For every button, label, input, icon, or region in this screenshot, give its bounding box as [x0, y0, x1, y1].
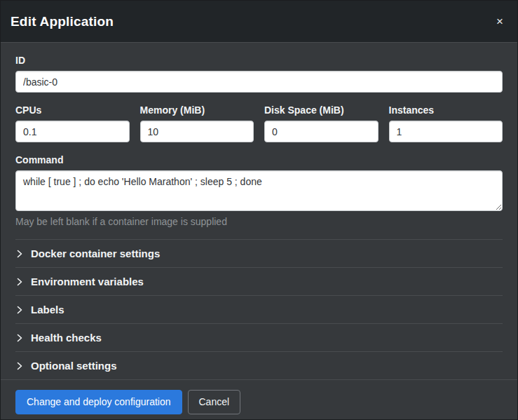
chevron-right-icon [16, 250, 23, 258]
change-and-deploy-button[interactable]: Change and deploy configuration [15, 390, 182, 414]
cpus-label: CPUs [15, 104, 130, 116]
close-icon[interactable]: × [493, 14, 506, 29]
modal-header: Edit Application × [1, 1, 517, 43]
cpus-field-group: CPUs [15, 104, 130, 142]
cpus-input[interactable] [15, 121, 130, 142]
id-input[interactable] [15, 71, 503, 93]
modal-footer: Change and deploy configuration Cancel [1, 379, 517, 420]
modal-body: ID CPUs Memory (MiB) Disk Space (MiB) In… [1, 43, 517, 379]
disk-input[interactable] [264, 121, 379, 142]
id-field-group: ID [15, 55, 503, 93]
section-docker-container-settings[interactable]: Docker container settings [15, 239, 503, 267]
section-title: Health checks [31, 332, 102, 344]
section-environment-variables[interactable]: Environment variables [15, 267, 503, 295]
section-optional-settings[interactable]: Optional settings [15, 351, 503, 379]
command-label: Command [15, 154, 503, 165]
memory-label: Memory (MiB) [140, 104, 254, 116]
disk-label: Disk Space (MiB) [264, 104, 379, 116]
section-labels[interactable]: Labels [15, 295, 503, 323]
command-field-group: Command while [ true ] ; do echo 'Hello … [15, 154, 503, 227]
chevron-right-icon [16, 362, 23, 370]
memory-field-group: Memory (MiB) [140, 104, 254, 142]
instances-field-group: Instances [389, 104, 503, 142]
collapsible-sections: Docker container settings Environment va… [15, 239, 503, 379]
section-title: Environment variables [31, 276, 144, 287]
command-textarea[interactable]: while [ true ] ; do echo 'Hello Marathon… [15, 170, 503, 211]
section-title: Optional settings [31, 360, 117, 372]
chevron-right-icon [16, 306, 23, 314]
section-health-checks[interactable]: Health checks [15, 323, 503, 351]
instances-input[interactable] [389, 121, 503, 142]
section-title: Labels [31, 304, 64, 316]
resources-row: CPUs Memory (MiB) Disk Space (MiB) Insta… [15, 104, 503, 142]
cancel-button[interactable]: Cancel [188, 390, 241, 414]
edit-application-modal: Edit Application × ID CPUs Memory (MiB) … [0, 0, 518, 420]
chevron-right-icon [16, 334, 23, 342]
command-help-text: May be left blank if a container image i… [15, 216, 503, 227]
section-title: Docker container settings [31, 248, 160, 259]
id-label: ID [15, 55, 503, 66]
chevron-right-icon [16, 278, 23, 286]
instances-label: Instances [389, 104, 503, 116]
disk-field-group: Disk Space (MiB) [264, 104, 379, 142]
memory-input[interactable] [140, 121, 254, 142]
modal-title: Edit Application [11, 14, 114, 29]
